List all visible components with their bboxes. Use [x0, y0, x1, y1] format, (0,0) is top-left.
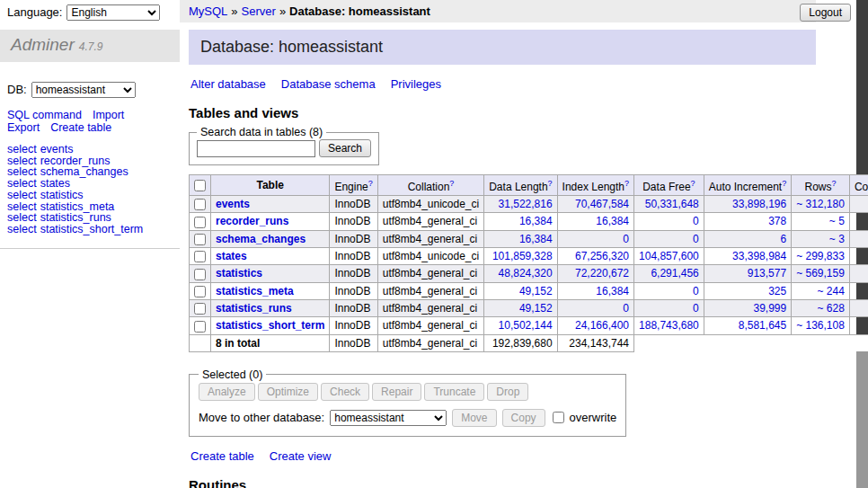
data-free-link-recorder_runs[interactable]: 0 — [693, 215, 699, 227]
search-button[interactable]: Search — [319, 139, 371, 157]
data-free-link-statistics_short_term[interactable]: 188,743,680 — [639, 319, 699, 332]
sidebar-select-link-statistics_short_term[interactable]: select — [7, 223, 37, 235]
overwrite-checkbox[interactable] — [553, 412, 564, 423]
rows-count-link-events[interactable]: ~ 312,180 — [796, 198, 845, 210]
data-free-link-statistics[interactable]: 6,291,456 — [651, 267, 698, 279]
auto-increment-link-statistics[interactable]: 913,577 — [748, 267, 786, 279]
help-link-data-free[interactable]: ? — [691, 179, 695, 188]
data-free-link-states[interactable]: 104,857,600 — [639, 250, 699, 262]
sidebar-select-link-statistics[interactable]: select — [7, 189, 37, 201]
repair-button[interactable]: Repair — [372, 383, 421, 401]
sidebar-table-link-events[interactable]: events — [40, 143, 74, 155]
help-link-engine[interactable]: ? — [368, 179, 373, 188]
copy-button[interactable]: Copy — [502, 409, 545, 427]
row-checkbox-statistics_runs[interactable] — [194, 303, 206, 315]
data-free-link-statistics_runs[interactable]: 0 — [693, 302, 699, 315]
rows-count-link-states[interactable]: ~ 299,833 — [796, 250, 845, 262]
data-length-link-statistics[interactable]: 48,824,320 — [499, 267, 553, 279]
analyze-button[interactable]: Analyze — [199, 383, 255, 401]
auto-increment-link-states[interactable]: 33,398,984 — [732, 250, 786, 262]
rows-count-link-recorder_runs[interactable]: ~ 5 — [829, 215, 845, 227]
link-privileges[interactable]: Privileges — [391, 77, 441, 91]
data-length-link-states[interactable]: 101,859,328 — [492, 250, 553, 262]
index-length-link-events[interactable]: 70,467,584 — [575, 198, 629, 210]
data-length-link-statistics_runs[interactable]: 49,152 — [519, 302, 553, 315]
table-link-schema_changes[interactable]: schema_changes — [216, 233, 306, 245]
sidebar-table-link-statistics[interactable]: statistics — [40, 189, 84, 201]
help-link-data-length[interactable]: ? — [548, 179, 553, 188]
index-length-link-states[interactable]: 67,256,320 — [575, 250, 629, 262]
auto-increment-link-statistics_runs[interactable]: 39,999 — [753, 302, 786, 315]
index-length-link-statistics_meta[interactable]: 16,384 — [596, 285, 629, 297]
app-name[interactable]: Adminer — [11, 35, 75, 54]
logout-button[interactable]: Logout — [800, 4, 851, 22]
table-link-statistics[interactable]: statistics — [216, 267, 262, 279]
row-checkbox-statistics_short_term[interactable] — [194, 321, 206, 333]
table-link-events[interactable]: events — [216, 198, 250, 210]
sidebar-table-link-states[interactable]: states — [40, 177, 70, 190]
drop-button[interactable]: Drop — [487, 383, 528, 401]
data-length-link-events[interactable]: 31,522,816 — [499, 198, 553, 210]
auto-increment-link-events[interactable]: 33,898,196 — [732, 198, 786, 210]
optimize-button[interactable]: Optimize — [258, 383, 318, 401]
rows-count-link-statistics_runs[interactable]: ~ 628 — [818, 302, 845, 315]
sidebar-table-link-statistics_short_term[interactable]: statistics_short_term — [40, 223, 144, 235]
index-length-link-statistics_short_term[interactable]: 24,166,400 — [575, 319, 629, 332]
row-checkbox-statistics[interactable] — [194, 269, 206, 280]
row-checkbox-states[interactable] — [194, 251, 206, 262]
data-length-link-statistics_short_term[interactable]: 10,502,144 — [499, 319, 553, 332]
help-link-rows[interactable]: ? — [832, 179, 837, 188]
db-select[interactable]: homeassistant — [31, 82, 136, 98]
sidebar-select-link-events[interactable]: select — [7, 143, 37, 155]
breadcrumb-mysql-link[interactable]: MySQL — [189, 4, 227, 18]
data-free-link-schema_changes[interactable]: 0 — [693, 233, 699, 245]
link-alter-database[interactable]: Alter database — [190, 77, 266, 91]
sidebar-link-sql-command[interactable]: SQL command — [7, 109, 82, 121]
move-db-select[interactable]: homeassistant — [330, 410, 447, 426]
link-create-view[interactable]: Create view — [270, 449, 332, 463]
index-length-link-statistics[interactable]: 72,220,672 — [575, 267, 629, 279]
row-checkbox-statistics_meta[interactable] — [194, 286, 206, 297]
truncate-button[interactable]: Truncate — [424, 383, 484, 401]
select-all-checkbox[interactable] — [194, 180, 206, 191]
index-length-link-statistics_runs[interactable]: 0 — [623, 302, 629, 315]
rows-count-link-schema_changes[interactable]: ~ 3 — [829, 233, 845, 245]
breadcrumb-server-link[interactable]: Server — [242, 4, 276, 18]
rows-count-link-statistics_short_term[interactable]: ~ 136,108 — [796, 319, 845, 332]
move-button[interactable]: Move — [452, 409, 496, 427]
sidebar-link-import[interactable]: Import — [93, 109, 124, 121]
help-link-collation[interactable]: ? — [449, 179, 454, 188]
language-select[interactable]: English — [66, 4, 160, 21]
auto-increment-link-recorder_runs[interactable]: 378 — [768, 215, 786, 227]
data-length-link-schema_changes[interactable]: 16,384 — [519, 233, 553, 245]
auto-increment-link-statistics_meta[interactable]: 325 — [768, 285, 786, 297]
data-free-link-events[interactable]: 50,331,648 — [645, 198, 699, 210]
link-create-table[interactable]: Create table — [190, 449, 254, 463]
help-link-index-length[interactable]: ? — [624, 179, 629, 188]
sidebar-link-export[interactable]: Export — [7, 121, 40, 134]
rows-count-link-statistics[interactable]: ~ 569,159 — [796, 267, 845, 279]
auto-increment-link-schema_changes[interactable]: 6 — [780, 233, 786, 245]
index-length-link-schema_changes[interactable]: 0 — [623, 233, 629, 245]
table-link-recorder_runs[interactable]: recorder_runs — [216, 215, 288, 227]
row-checkbox-events[interactable] — [194, 199, 206, 210]
auto-increment-link-statistics_short_term[interactable]: 8,581,645 — [739, 319, 786, 332]
table-link-statistics_runs[interactable]: statistics_runs — [216, 302, 292, 315]
rows-count-link-statistics_meta[interactable]: ~ 244 — [818, 285, 845, 297]
check-button[interactable]: Check — [321, 383, 369, 401]
data-length-link-statistics_meta[interactable]: 49,152 — [519, 285, 553, 297]
data-free-link-statistics_meta[interactable]: 0 — [693, 285, 699, 297]
table-link-states[interactable]: states — [216, 250, 247, 262]
section-title: Tables and views — [189, 105, 816, 120]
link-database-schema[interactable]: Database schema — [281, 77, 376, 91]
search-input[interactable] — [197, 140, 315, 157]
table-link-statistics_meta[interactable]: statistics_meta — [216, 285, 294, 297]
row-checkbox-recorder_runs[interactable] — [194, 217, 206, 228]
sidebar-link-create-table[interactable]: Create table — [50, 121, 111, 134]
row-checkbox-schema_changes[interactable] — [194, 234, 206, 245]
table-link-statistics_short_term[interactable]: statistics_short_term — [216, 319, 324, 332]
index-length-link-recorder_runs[interactable]: 16,384 — [596, 215, 629, 227]
sidebar-select-link-states[interactable]: select — [7, 177, 37, 190]
help-link-auto-increment[interactable]: ? — [782, 179, 786, 188]
data-length-link-recorder_runs[interactable]: 16,384 — [519, 215, 553, 227]
